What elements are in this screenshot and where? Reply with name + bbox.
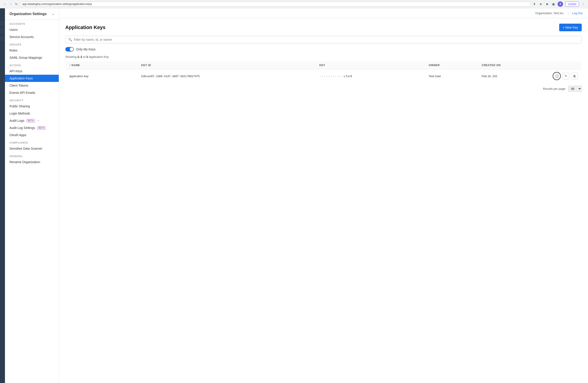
sidebar-item-saml-group-mappings[interactable]: SAML Group Mappings: [5, 54, 59, 61]
col-name-label: NAME: [72, 64, 80, 67]
sidebar-item-label: SAML Group Mappings: [9, 56, 42, 60]
section-access-label: ACCESS: [5, 61, 59, 67]
left-edge: [0, 8, 5, 383]
org-label: Organization: Test inc.: [535, 11, 564, 15]
sidebar-item-public-sharing[interactable]: Public Sharing: [5, 103, 59, 110]
showing-suffix: Application Key: [88, 55, 109, 59]
showing-count: 1: [86, 55, 88, 59]
section-general-label: GENERAL: [5, 152, 59, 159]
browser-bar: ← → ↻ app.datadoghq.com/organization-set…: [0, 0, 588, 8]
sidebar-item-label: Login Methods: [9, 112, 30, 115]
col-header-owner: OWNER: [425, 61, 478, 69]
new-key-button[interactable]: + New Key: [559, 24, 582, 31]
sidebar-item-client-tokens[interactable]: Client Tokens: [5, 82, 59, 89]
delete-button[interactable]: 🗑: [571, 73, 578, 80]
sidebar-item-rename-organization[interactable]: Rename Organization: [5, 159, 59, 166]
sidebar-item-label: Client Tokens: [9, 84, 28, 87]
showing-text: Showing 1–1 of 1 Application Key: [65, 55, 582, 59]
sort-icon: ↕: [69, 64, 71, 67]
sidebar: Organization Settings ⌄ ACCOUNTS Users S…: [5, 8, 59, 383]
results-per-page-label: Results per page:: [543, 87, 566, 90]
sidebar-item-label: Roles: [9, 49, 18, 52]
col-header-name[interactable]: ↕ NAME: [65, 61, 138, 69]
sidebar-item-label: OAuth Apps: [9, 133, 26, 137]
sidebar-item-audit-log-settings[interactable]: Audit Log Settings BETA: [5, 124, 59, 131]
table-row: application key b3bcee97-cb69-41d7-a9df-…: [65, 69, 582, 83]
filter-bar: 🔍: [65, 36, 582, 43]
cell-key: ···········c5e9: [315, 69, 425, 83]
chevron-down-icon: ⌄: [52, 12, 54, 16]
layout-icon[interactable]: ▣: [551, 2, 555, 6]
section-accounts-label: ACCOUNTS: [5, 20, 59, 26]
col-header-actions: [549, 61, 582, 69]
org-info: Organization: Test inc. | Log Out: [535, 11, 583, 15]
top-bar: Organization: Test inc. | Log Out: [59, 8, 588, 18]
page-title: Application Keys: [65, 24, 105, 30]
showing-middle: of: [82, 55, 86, 59]
external-link-icon: ↗: [37, 119, 39, 122]
trash-icon: 🗑: [573, 74, 576, 78]
sidebar-title: Organization Settings: [9, 12, 47, 16]
section-groups-label: GROUPS: [5, 40, 59, 47]
logout-button[interactable]: Log Out: [572, 11, 583, 15]
sidebar-item-label: API Keys: [9, 69, 22, 73]
toggle-row: Only My Keys: [65, 47, 582, 52]
cell-owner: Test User: [425, 69, 478, 83]
application-keys-table: ↕ NAME KEY ID KEY OWNER CREATED ON appli…: [65, 61, 582, 83]
toggle-label: Only My Keys: [76, 47, 95, 51]
sidebar-item-service-accounts[interactable]: Service Accounts: [5, 33, 59, 40]
sidebar-item-sensitive-data-scanner[interactable]: Sensitive Data Scanner: [5, 145, 59, 152]
sidebar-item-audit-logs[interactable]: Audit Logs BETA ↗: [5, 117, 59, 124]
page-header: Application Keys + New Key: [65, 24, 582, 31]
sidebar-item-users[interactable]: Users: [5, 26, 59, 33]
showing-prefix: Showing: [65, 55, 77, 59]
showing-range: 1–1: [77, 55, 82, 59]
sidebar-item-events-api-emails[interactable]: Events API Emails: [5, 89, 59, 96]
sidebar-item-oauth-apps[interactable]: OAuth Apps: [5, 131, 59, 139]
cell-actions: 📋 ✎ 🗑: [549, 69, 582, 83]
back-icon[interactable]: ←: [3, 2, 7, 6]
sidebar-item-label: Public Sharing: [9, 104, 30, 108]
section-compliance-label: COMPLIANCE: [5, 139, 59, 145]
sidebar-item-api-keys[interactable]: API Keys: [5, 67, 59, 75]
copy-button[interactable]: 📋: [553, 72, 561, 80]
col-header-key-id: KEY ID: [138, 61, 315, 69]
star-icon[interactable]: ★: [539, 2, 543, 6]
sidebar-item-label: Events API Emails: [9, 91, 35, 95]
sidebar-item-label: Sensitive Data Scanner: [9, 147, 42, 150]
sidebar-item-roles[interactable]: Roles: [5, 47, 59, 54]
sidebar-item-application-keys[interactable]: Application Keys: [5, 75, 59, 82]
user-avatar[interactable]: S: [558, 1, 563, 7]
share-icon[interactable]: ⬆: [532, 2, 536, 6]
cell-key-id: b3bcee97-cb69-41d7-a9df-583c7601f4f5: [138, 69, 315, 83]
edit-icon: ✎: [565, 74, 567, 78]
key-id-value: b3bcee97-cb69-41d7-a9df-583c7601f4f5: [141, 75, 200, 78]
org-divider: |: [568, 11, 568, 15]
sidebar-item-login-methods[interactable]: Login Methods: [5, 110, 59, 117]
per-page-select[interactable]: 50 100 200: [568, 86, 582, 92]
search-icon: 🔍: [68, 38, 72, 41]
more-icon[interactable]: ⋮: [581, 2, 585, 6]
created-on-value: Feb 16, 202: [482, 75, 497, 78]
sidebar-item-label: Audit Logs: [9, 119, 24, 122]
beta-badge: BETA: [27, 119, 35, 122]
search-input[interactable]: [74, 38, 579, 41]
col-header-key: KEY: [315, 61, 425, 69]
app-layout: Organization Settings ⌄ ACCOUNTS Users S…: [0, 8, 588, 383]
update-button[interactable]: Update: [565, 1, 579, 6]
browser-toolbar: ⬆ ★ ■ ▣ S Update ⋮: [532, 1, 585, 7]
main-content: Organization: Test inc. | Log Out Applic…: [59, 8, 588, 383]
section-security-label: SECURITY: [5, 96, 59, 103]
edit-button[interactable]: ✎: [563, 73, 569, 80]
edge-icon-2: [1, 29, 4, 33]
puzzle-icon[interactable]: ■: [545, 2, 549, 6]
pagination-row: Results per page: 50 100 200: [65, 86, 582, 92]
forward-icon[interactable]: →: [9, 2, 13, 6]
only-my-keys-toggle[interactable]: [65, 47, 74, 52]
key-value: ···········c5e9: [319, 75, 352, 78]
url-bar[interactable]: app.datadoghq.com/organization-settings/…: [20, 1, 531, 6]
edge-icon-1: [1, 22, 4, 25]
sidebar-header[interactable]: Organization Settings ⌄: [5, 8, 59, 20]
sidebar-item-label: Application Keys: [9, 77, 33, 80]
refresh-icon[interactable]: ↻: [14, 2, 19, 6]
